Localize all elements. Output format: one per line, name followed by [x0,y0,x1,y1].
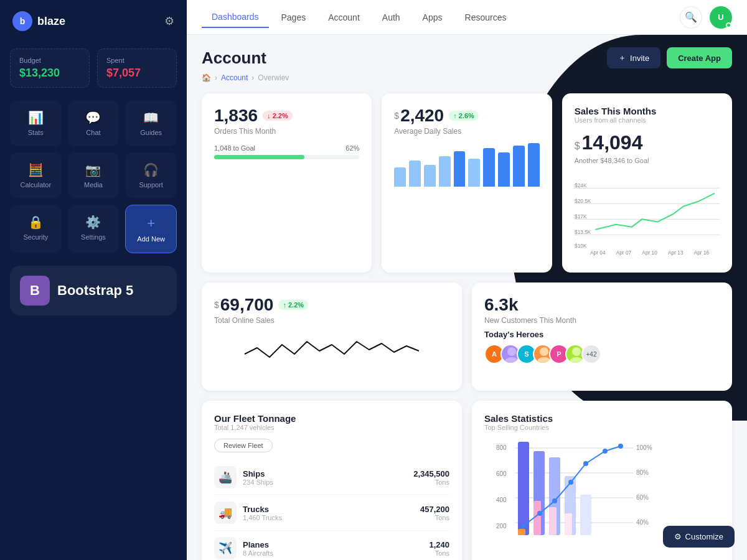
avatar-online-dot [726,22,731,28]
svg-text:40%: 40% [636,519,649,526]
topnav-resources[interactable]: Resources [455,7,517,27]
bar-3 [424,165,436,187]
svg-text:$10K: $10K [575,243,587,249]
logo-icon: b [12,11,32,31]
planes-value: 1,240 Tons [429,540,449,557]
bootstrap-letter: B [30,282,40,299]
sidebar-item-support[interactable]: 🎧 Support [125,152,177,198]
content-area: Account ＋ Invite Create App 🏠 › Account … [187,35,747,560]
topnav-account[interactable]: Account [318,7,370,27]
support-icon: 🎧 [143,162,159,177]
customize-button[interactable]: ⚙ Customize [663,526,735,548]
breadcrumb: 🏠 › Account › Overwiev [202,73,732,82]
svg-text:80%: 80% [636,469,649,476]
sidebar-item-guides[interactable]: 📖 Guides [125,100,177,146]
topnav-pages[interactable]: Pages [271,7,316,27]
avg-sales-header: $ 2,420 ↑ 2.6% [394,106,539,126]
sales-goal-text: Another $48,346 to Goal [575,157,720,164]
media-label: Media [84,181,103,189]
menu-icon[interactable]: ⚙ [164,14,174,28]
online-sales-card: $ 69,700 ↑ 2.2% Total Online Sales [202,282,462,391]
sidebar-item-stats[interactable]: 📊 Stats [10,100,62,146]
fleet-planes-info: Planes 8 Aircrafts [243,540,273,557]
search-button[interactable]: 🔍 [680,6,702,29]
svg-point-38 [537,511,542,516]
orders-label: Orders This Month [214,127,359,136]
ships-icon: 🚢 [214,466,237,488]
support-label: Support [139,181,163,189]
topnav-apps[interactable]: Apps [413,7,453,27]
budget-cards: Budget $13,230 Spent $7,057 [0,42,187,100]
svg-text:Apr 07: Apr 07 [616,250,631,256]
heroes-avatars: A S P +42 [484,344,720,364]
sidebar-item-security[interactable]: 🔒 Security [10,205,62,253]
new-customers-label: New Customers This Month [484,316,720,325]
review-fleet-button[interactable]: Review Fleet [214,439,273,452]
orders-value: 1,836 [214,106,258,126]
svg-point-19 [570,357,583,364]
bar-6 [468,159,480,187]
calculator-icon: 🧮 [28,162,44,177]
sidebar-item-addnew[interactable]: + Add New [125,205,177,253]
sidebar-item-chat[interactable]: 💬 Chat [68,100,120,146]
stats-icon: 📊 [28,110,44,125]
trucks-num: 457,200 [420,505,449,514]
budget-card: Budget $13,230 [10,49,90,88]
sales-month-sub: Users from all channels [575,116,720,124]
svg-text:Apr 10: Apr 10 [642,250,657,256]
online-sales-badge: ↑ 2.2% [278,300,308,310]
spent-label: Spent [106,57,167,64]
breadcrumb-home-icon: 🏠 [202,73,211,82]
trucks-value: 457,200 Tons [420,505,449,521]
trucks-unit: Tons [420,514,449,521]
progress-pct: 62% [345,144,359,152]
orders-badge: ↓ 2.2% [263,111,293,121]
sidebar: b blaze ⚙ Budget $13,230 Spent $7,057 📊 … [0,0,187,560]
calculator-label: Calculator [21,181,52,189]
settings-icon: ⚙️ [85,215,101,230]
bar-8 [498,152,510,187]
svg-point-43 [618,444,623,449]
svg-rect-28 [518,442,529,535]
sidebar-item-settings[interactable]: ⚙️ Settings [68,205,120,253]
svg-point-42 [603,449,608,454]
sidebar-item-calculator[interactable]: 🧮 Calculator [10,152,62,198]
svg-text:400: 400 [496,497,507,503]
trucks-icon: 🚚 [214,502,237,524]
svg-text:Apr 13: Apr 13 [668,250,684,256]
ships-desc: 234 Ships [243,478,273,486]
page-header: Account ＋ Invite Create App [202,47,732,68]
svg-text:60%: 60% [636,494,649,501]
ships-value: 2,345,500 Tons [413,469,449,486]
main-area: Dashboards Pages Account Auth Apps Resou… [187,0,747,560]
guides-label: Guides [140,129,162,136]
fleet-trucks-info: Trucks 1,460 Trucks [243,505,282,521]
avg-sales-value: 2,420 [400,106,444,126]
progress-bar-fill [214,155,304,159]
svg-text:$17K: $17K [575,213,587,220]
sidebar-logo: b blaze [12,11,65,31]
planes-name: Planes [243,540,273,549]
bootstrap-label: Bootstrap 5 [57,282,133,299]
create-app-button[interactable]: Create App [667,47,732,68]
svg-text:800: 800 [496,444,507,451]
spent-card: Spent $7,057 [97,49,177,88]
sales-big-num: 14,094 [582,131,643,154]
plus-icon: ＋ [618,52,626,63]
fleet-ships-info: Ships 234 Ships [243,469,273,486]
svg-rect-35 [565,513,572,535]
sidebar-item-media[interactable]: 📷 Media [68,152,120,198]
guides-icon: 📖 [143,110,159,125]
svg-point-41 [583,461,588,466]
chat-icon: 💬 [85,110,101,125]
stat-row-1: 1,836 ↓ 2.2% Orders This Month 1,048 to … [202,93,732,273]
topnav-auth[interactable]: Auth [372,7,410,27]
breadcrumb-account[interactable]: Account [221,73,248,82]
topnav-dashboards[interactable]: Dashboards [202,7,269,28]
svg-point-37 [521,523,526,528]
invite-button[interactable]: ＋ Invite [607,47,660,68]
spent-value: $7,057 [106,67,167,80]
user-avatar[interactable]: U [710,6,732,29]
fleet-row: Our Fleet Tonnage Total 1,247 vehicles R… [202,401,732,560]
page-title: Account [202,49,266,68]
